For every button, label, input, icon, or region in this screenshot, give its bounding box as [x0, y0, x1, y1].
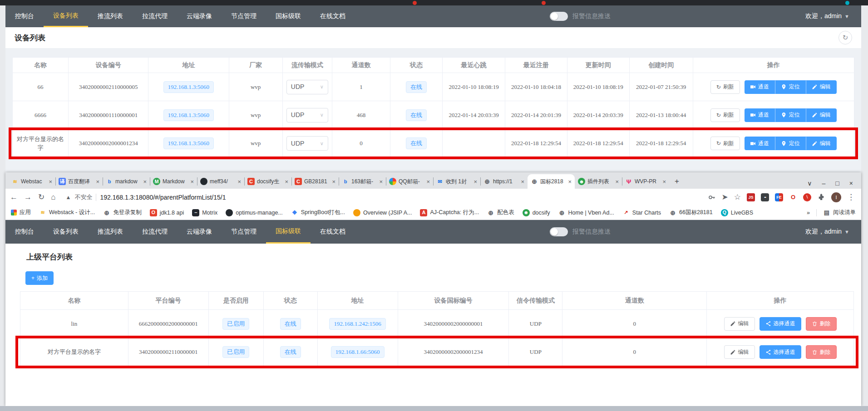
address-tag[interactable]: 192.168.1.242:1506: [329, 318, 385, 330]
close-icon[interactable]: ×: [615, 178, 619, 185]
refresh-device-button[interactable]: ↻刷新: [710, 108, 740, 122]
stream-mode-select[interactable]: UDP∨: [286, 108, 328, 122]
close-icon[interactable]: ×: [568, 178, 572, 185]
browser-tab[interactable]: M Markdow ×: [150, 174, 197, 189]
select-channel-button[interactable]: 选择通道: [760, 345, 801, 359]
extension-blocker-icon[interactable]: ⧵: [803, 193, 811, 201]
close-icon[interactable]: ×: [96, 178, 99, 185]
bookmark-item[interactable]: ☻ docsify: [523, 209, 550, 216]
nav-tab[interactable]: 在线文档: [311, 5, 355, 27]
browser-tab[interactable]: 译 百度翻译 ×: [55, 174, 103, 189]
browser-tab[interactable]: C docsify生 ×: [244, 174, 291, 189]
bookmark-star-icon[interactable]: ☆: [734, 192, 741, 202]
browser-tab[interactable]: ⊕ https://1 ×: [480, 174, 528, 189]
close-icon[interactable]: ×: [662, 178, 666, 185]
nav-tab[interactable]: 控制台: [5, 5, 44, 27]
nav-tab[interactable]: 推流列表: [88, 5, 133, 27]
nav-tab[interactable]: 在线文档: [311, 220, 355, 244]
stream-mode-select[interactable]: UDP∨: [286, 136, 328, 151]
close-icon[interactable]: ×: [190, 178, 194, 185]
close-icon[interactable]: ×: [332, 178, 335, 185]
nav-tab[interactable]: 云端录像: [177, 220, 222, 244]
extension-robot-icon[interactable]: ••: [761, 193, 769, 201]
browser-tab[interactable]: C GB28181 ×: [291, 174, 339, 189]
nav-tab[interactable]: 拉流代理: [133, 5, 177, 27]
refresh-device-button[interactable]: ↻刷新: [710, 137, 740, 150]
send-to-device-icon[interactable]: ➤: [722, 192, 728, 202]
nav-tab[interactable]: 节点管理: [222, 5, 266, 27]
close-icon[interactable]: ×: [237, 178, 241, 185]
extensions-puzzle-icon[interactable]: [817, 193, 825, 201]
browser-tab[interactable]: meff34/ ×: [197, 174, 244, 189]
delete-platform-button[interactable]: 删除: [806, 345, 837, 359]
browser-tab[interactable]: ☻ 插件列表 ×: [575, 174, 622, 189]
stream-mode-select[interactable]: UDP∨: [286, 80, 328, 94]
channels-button[interactable]: 通道: [745, 137, 775, 150]
address-bar[interactable]: ▲ 不安全 192.168.1.3:18080/#/parentPlatform…: [62, 193, 701, 201]
channels-button[interactable]: 通道: [745, 108, 775, 122]
home-icon[interactable]: ⌂: [51, 193, 55, 202]
bookmark-item[interactable]: O jdk1.8 api: [150, 209, 184, 216]
maximize-button[interactable]: □: [835, 180, 839, 187]
nav-tab[interactable]: 设备列表: [44, 5, 88, 27]
back-icon[interactable]: ←: [10, 193, 18, 202]
address-tag[interactable]: 192.168.1.3:5060: [163, 137, 214, 149]
reload-icon[interactable]: ↻: [38, 192, 44, 202]
address-tag[interactable]: 192.168.1.66:5060: [331, 346, 385, 358]
alarm-push-switch[interactable]: [550, 227, 568, 236]
forward-icon[interactable]: →: [24, 193, 32, 202]
address-tag[interactable]: 192.168.1.3:5060: [163, 109, 214, 121]
edit-platform-button[interactable]: 编辑: [724, 345, 755, 359]
address-tag[interactable]: 192.168.1.3:5060: [163, 81, 214, 93]
bookmark-item[interactable]: ↗ Star Charts: [622, 209, 661, 216]
user-menu[interactable]: 欢迎，admin ▼: [805, 5, 861, 27]
new-tab-button[interactable]: +: [671, 176, 683, 187]
close-window-button[interactable]: ×: [849, 180, 853, 187]
tab-search-icon[interactable]: ∨: [807, 180, 812, 187]
edit-platform-button[interactable]: 编辑: [724, 317, 755, 331]
browser-tab[interactable]: QQ邮箱- ×: [386, 174, 433, 189]
bookmark-item[interactable]: optimus-manage...: [226, 209, 283, 216]
bookmark-item[interactable]: A AJ-Captcha: 行为...: [420, 209, 479, 216]
extension-o-icon[interactable]: O: [789, 193, 797, 201]
apps-shortcut[interactable]: 应用: [11, 209, 31, 216]
close-icon[interactable]: ×: [49, 178, 52, 185]
bookmark-item[interactable]: ⊕ 免登录复制: [103, 209, 142, 216]
nav-tab[interactable]: 云端录像: [177, 5, 222, 27]
locate-button[interactable]: 定位: [775, 80, 806, 94]
nav-tab[interactable]: 国标级联: [266, 220, 311, 244]
nav-tab[interactable]: 控制台: [5, 220, 44, 244]
edit-button[interactable]: 编辑: [806, 108, 837, 122]
minimize-button[interactable]: –: [822, 180, 826, 187]
refresh-device-button[interactable]: ↻刷新: [710, 80, 740, 94]
bookmark-item[interactable]: ≋ Webstack - 设计...: [39, 209, 95, 216]
nav-tab[interactable]: 节点管理: [222, 220, 266, 244]
locate-button[interactable]: 定位: [775, 137, 806, 150]
avatar[interactable]: I: [831, 192, 841, 202]
password-key-icon[interactable]: [708, 193, 716, 201]
bookmark-item[interactable]: Overview (JSIP A...: [353, 209, 412, 216]
nav-tab[interactable]: 国标级联: [266, 5, 311, 27]
bookmarks-overflow-icon[interactable]: »: [807, 210, 810, 216]
close-icon[interactable]: ×: [426, 178, 430, 185]
browser-tab[interactable]: b markdow ×: [103, 174, 150, 189]
channels-button[interactable]: 通道: [745, 80, 775, 94]
edit-button[interactable]: 编辑: [806, 137, 837, 150]
close-icon[interactable]: ×: [143, 178, 147, 185]
nav-tab[interactable]: 设备列表: [44, 220, 88, 244]
bookmark-item[interactable]: ⊕ Home | Vben Ad...: [558, 209, 614, 216]
bookmark-item[interactable]: ⊕ 配色表: [487, 209, 514, 216]
kebab-menu-icon[interactable]: ⋮: [847, 192, 855, 202]
nav-tab[interactable]: 推流列表: [88, 220, 133, 244]
delete-platform-button[interactable]: 删除: [806, 317, 837, 331]
browser-tab[interactable]: ≋ Webstac ×: [8, 174, 55, 189]
extension-fe-icon[interactable]: FE: [775, 193, 783, 201]
alarm-push-switch[interactable]: [550, 12, 568, 21]
select-channel-button[interactable]: 选择通道: [760, 317, 801, 331]
reading-list-button[interactable]: ▤ 阅读清单: [823, 209, 856, 216]
browser-tab[interactable]: b 163邮箱- ×: [339, 174, 386, 189]
locate-button[interactable]: 定位: [775, 108, 806, 122]
close-icon[interactable]: ×: [379, 178, 383, 185]
refresh-page-button[interactable]: ↻: [838, 31, 852, 44]
close-icon[interactable]: ×: [473, 178, 477, 185]
